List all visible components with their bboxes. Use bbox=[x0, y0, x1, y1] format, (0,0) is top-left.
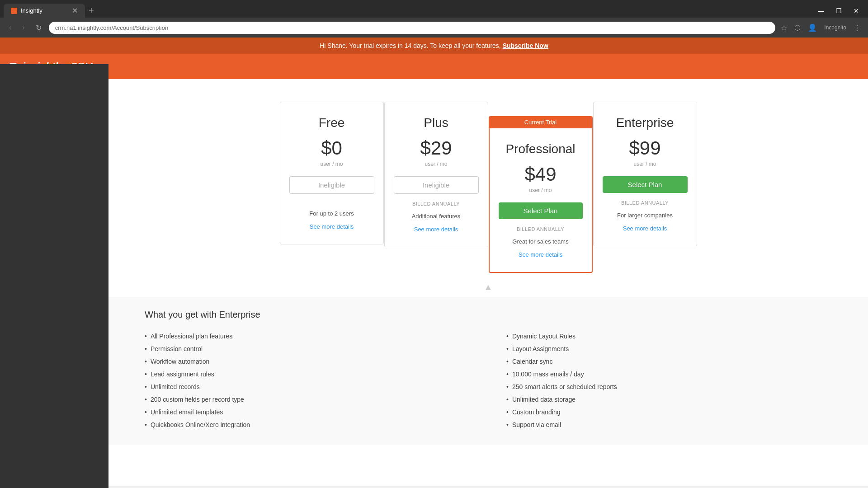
app-nav: ☰ insightly CRM bbox=[0, 54, 868, 79]
content-area: Free $0 user / mo Ineligible For up to 2… bbox=[108, 79, 868, 486]
forward-button[interactable]: › bbox=[19, 22, 28, 33]
plus-see-more-link[interactable]: See more details bbox=[414, 226, 458, 233]
professional-plan-name: Professional bbox=[499, 142, 583, 156]
current-trial-badge: Current Trial bbox=[489, 116, 593, 128]
plus-plan-name: Plus bbox=[394, 116, 479, 130]
features-right-list: •Dynamic Layout Rules •Layout Assignment… bbox=[506, 330, 832, 431]
plan-card-plus: Plus $29 user / mo Ineligible BILLED ANN… bbox=[384, 102, 488, 247]
features-columns: •All Professional plan features •Permiss… bbox=[145, 330, 832, 431]
trial-text: Hi Shane. Your trial expires in 14 days.… bbox=[320, 42, 501, 49]
professional-billed: BILLED ANNUALLY bbox=[499, 226, 583, 232]
list-item: •250 smart alerts or scheduled reports bbox=[506, 380, 832, 393]
back-button[interactable]: ‹ bbox=[5, 22, 15, 33]
list-item: •10,000 mass emails / day bbox=[506, 368, 832, 380]
browser-tab[interactable]: Insightly ✕ bbox=[4, 4, 85, 18]
enterprise-plan-price: $99 bbox=[603, 137, 688, 159]
free-see-more-link[interactable]: See more details bbox=[310, 223, 354, 230]
menu-icon[interactable]: ⋮ bbox=[852, 22, 863, 34]
features-title: What you get with Enterprise bbox=[145, 310, 832, 320]
feature-item: Layout Assignments bbox=[512, 345, 569, 352]
incognito-label: Incognito bbox=[822, 23, 848, 33]
list-item: •Support via email bbox=[506, 418, 832, 431]
free-plan-name: Free bbox=[289, 116, 374, 130]
feature-item: 250 smart alerts or scheduled reports bbox=[512, 383, 617, 390]
extensions-icon[interactable]: ⬡ bbox=[793, 22, 802, 34]
new-tab-button[interactable]: + bbox=[85, 4, 98, 18]
plus-billed: BILLED ANNUALLY bbox=[394, 201, 479, 206]
feature-item: Quickbooks Online/Xero integration bbox=[151, 421, 250, 428]
list-item: •Custom branding bbox=[506, 406, 832, 418]
list-item: •200 custom fields per record type bbox=[145, 393, 470, 406]
enterprise-plan-period: user / mo bbox=[603, 161, 688, 167]
subscribe-now-link[interactable]: Subscribe Now bbox=[503, 42, 548, 49]
tab-favicon bbox=[11, 8, 17, 14]
window-close-btn[interactable]: ✕ bbox=[848, 5, 864, 16]
enterprise-plan-name: Enterprise bbox=[603, 116, 688, 130]
plan-card-free: Free $0 user / mo Ineligible For up to 2… bbox=[280, 102, 384, 244]
address-bar[interactable]: crm.na1.insightly.com/Account/Subscripti… bbox=[49, 22, 776, 34]
plus-plan-desc: Additional features bbox=[394, 213, 479, 220]
list-item: •Unlimited data storage bbox=[506, 393, 832, 406]
window-minimize-btn[interactable]: — bbox=[812, 5, 830, 16]
list-item: •Dynamic Layout Rules bbox=[506, 330, 832, 343]
trial-banner: Hi Shane. Your trial expires in 14 days.… bbox=[0, 38, 868, 54]
list-item: •Calendar sync bbox=[506, 355, 832, 368]
professional-select-plan-button[interactable]: Select Plan bbox=[499, 202, 583, 219]
feature-item: Dynamic Layout Rules bbox=[512, 333, 576, 340]
plus-plan-period: user / mo bbox=[394, 161, 479, 167]
plan-card-enterprise: Enterprise $99 user / mo Select Plan BIL… bbox=[593, 102, 697, 246]
scroll-up-icon: ▲ bbox=[484, 282, 493, 292]
list-item: •Workflow automation bbox=[145, 355, 470, 368]
features-section: What you get with Enterprise •All Profes… bbox=[108, 297, 868, 445]
free-plan-price: $0 bbox=[289, 137, 374, 159]
free-plan-period: user / mo bbox=[289, 161, 374, 167]
bookmark-icon[interactable]: ☆ bbox=[779, 22, 789, 34]
features-left-column: •All Professional plan features •Permiss… bbox=[145, 330, 470, 431]
feature-item: 10,000 mass emails / day bbox=[512, 371, 584, 378]
feature-item: Support via email bbox=[512, 421, 561, 428]
feature-item: Unlimited data storage bbox=[512, 396, 576, 403]
list-item: •Permission control bbox=[145, 343, 470, 355]
refresh-button[interactable]: ↻ bbox=[32, 22, 45, 34]
main-layout: Free $0 user / mo Ineligible For up to 2… bbox=[0, 79, 868, 486]
feature-item: Calendar sync bbox=[512, 358, 553, 365]
list-item: •Unlimited records bbox=[145, 380, 470, 393]
features-right-column: •Dynamic Layout Rules •Layout Assignment… bbox=[506, 330, 832, 431]
sidebar bbox=[0, 64, 108, 486]
list-item: •Lead assignment rules bbox=[145, 368, 470, 380]
url-text: crm.na1.insightly.com/Account/Subscripti… bbox=[55, 24, 168, 31]
user-profile-icon[interactable]: 👤 bbox=[806, 22, 819, 34]
features-left-list: •All Professional plan features •Permiss… bbox=[145, 330, 470, 431]
app-header: Hi Shane. Your trial expires in 14 days.… bbox=[0, 38, 868, 79]
enterprise-plan-desc: For larger companies bbox=[603, 212, 688, 219]
list-item: •Layout Assignments bbox=[506, 343, 832, 355]
professional-see-more-link[interactable]: See more details bbox=[519, 251, 563, 258]
enterprise-billed: BILLED ANNUALLY bbox=[603, 200, 688, 206]
browser-toolbar: ‹ › ↻ crm.na1.insightly.com/Account/Subs… bbox=[0, 18, 868, 38]
scroll-indicator: ▲ bbox=[108, 277, 868, 297]
window-maximize-btn[interactable]: ❐ bbox=[830, 5, 847, 16]
list-item: •Unlimited email templates bbox=[145, 406, 470, 418]
tab-close-btn[interactable]: ✕ bbox=[72, 6, 78, 15]
plan-card-professional: Professional $49 user / mo Select Plan B… bbox=[489, 128, 593, 273]
tab-title: Insightly bbox=[21, 7, 42, 14]
plus-plan-price: $29 bbox=[394, 137, 479, 159]
browser-chrome: Insightly ✕ + — ❐ ✕ ‹ › ↻ crm.na1.insigh… bbox=[0, 0, 868, 38]
free-plan-button: Ineligible bbox=[289, 176, 374, 194]
feature-item: Workflow automation bbox=[151, 358, 209, 365]
feature-item: Custom branding bbox=[512, 408, 561, 416]
professional-plan-price: $49 bbox=[499, 164, 583, 185]
professional-plan-desc: Great for sales teams bbox=[499, 238, 583, 245]
plans-section: Free $0 user / mo Ineligible For up to 2… bbox=[108, 79, 868, 277]
enterprise-select-plan-button[interactable]: Select Plan bbox=[603, 176, 688, 193]
feature-item: All Professional plan features bbox=[151, 333, 232, 340]
list-item: •All Professional plan features bbox=[145, 330, 470, 343]
plan-card-professional-outer: Current Trial Professional $49 user / mo… bbox=[489, 102, 593, 273]
feature-item: Lead assignment rules bbox=[151, 371, 214, 378]
plus-plan-button: Ineligible bbox=[394, 176, 479, 194]
list-item: •Quickbooks Online/Xero integration bbox=[145, 418, 470, 431]
feature-item: Permission control bbox=[151, 345, 203, 352]
feature-item: Unlimited email templates bbox=[151, 408, 223, 416]
enterprise-see-more-link[interactable]: See more details bbox=[623, 225, 667, 232]
professional-plan-period: user / mo bbox=[499, 187, 583, 193]
